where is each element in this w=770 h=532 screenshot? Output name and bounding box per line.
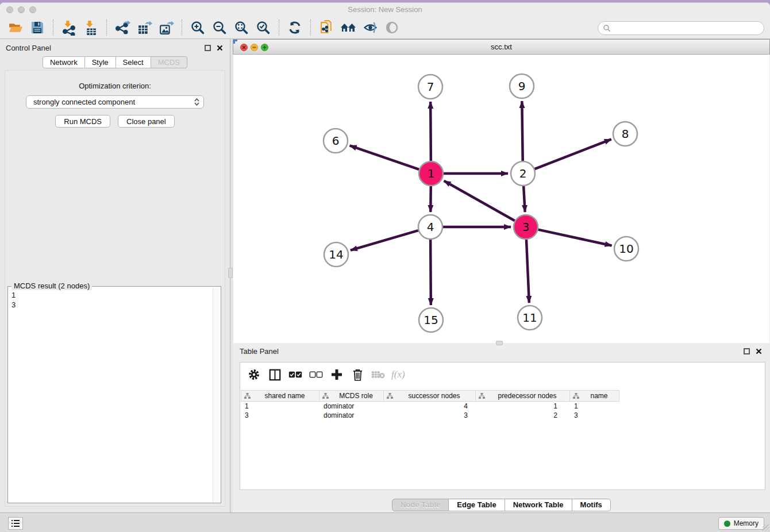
table-tabs: Node TableEdge TableNetwork TableMotifs xyxy=(233,499,770,511)
export-table-button[interactable] xyxy=(134,18,154,37)
clone-network-button[interactable] xyxy=(317,18,336,37)
network-canvas[interactable]: 7968124314101511 xyxy=(233,55,769,343)
delete-column-button[interactable] xyxy=(348,365,367,384)
float-table-panel-button[interactable] xyxy=(742,346,751,356)
mcds-result-title: MCDS result (2 nodes) xyxy=(11,282,92,290)
edge-4-15[interactable] xyxy=(430,240,431,305)
column-layout-icon xyxy=(269,369,281,381)
column-tree-icon xyxy=(573,393,579,399)
zoom-selected-button[interactable] xyxy=(253,18,273,37)
search-input[interactable] xyxy=(611,22,764,34)
edge-2-9[interactable] xyxy=(522,101,522,161)
column-header-shared-name[interactable]: shared name xyxy=(241,390,319,402)
zoom-out-button[interactable] xyxy=(210,18,229,37)
first-neighbors-button[interactable] xyxy=(338,18,358,37)
close-table-panel-button[interactable] xyxy=(754,346,763,356)
zoom-fit-button[interactable] xyxy=(232,18,251,37)
toolbar-separator xyxy=(106,20,107,36)
unchecked-boxes-icon xyxy=(309,371,323,379)
cell: 1 xyxy=(476,402,570,411)
split-grip[interactable] xyxy=(228,268,233,278)
column-header-predecessor-nodes[interactable]: predecessor nodes xyxy=(476,390,570,402)
delete-table-button-disabled xyxy=(368,365,388,384)
houses-icon xyxy=(340,20,357,35)
network-title: scc.txt xyxy=(233,43,769,51)
float-window-icon xyxy=(744,348,750,354)
column-header-MCDS-role[interactable]: MCDS role xyxy=(319,390,384,402)
add-column-button[interactable] xyxy=(327,365,346,384)
deselect-all-rows-button[interactable] xyxy=(306,365,326,384)
application-window: Session: New Session xyxy=(0,2,770,532)
checked-boxes-icon xyxy=(288,371,302,379)
select-chevrons-icon xyxy=(192,97,201,107)
network-window-titlebar: scc.txt xyxy=(233,39,770,55)
edge-4-14[interactable] xyxy=(351,230,418,250)
resize-grip[interactable] xyxy=(763,525,769,531)
toolbar-separator xyxy=(53,20,53,36)
zoom-in-button[interactable] xyxy=(188,18,207,37)
task-history-button[interactable] xyxy=(8,517,23,530)
export-network-icon xyxy=(115,20,130,36)
edge-1-7[interactable] xyxy=(430,102,431,161)
node-label-1: 1 xyxy=(428,167,435,180)
tab-mcds[interactable]: MCDS xyxy=(151,56,187,68)
table-settings-button[interactable] xyxy=(244,365,264,384)
cell: 1 xyxy=(241,402,319,411)
table-row[interactable]: 3dominator323 xyxy=(241,411,765,420)
zoom-fit-icon xyxy=(234,20,249,35)
edge-3-10[interactable] xyxy=(538,230,611,246)
column-header-name[interactable]: name xyxy=(570,390,619,402)
search-field xyxy=(598,21,764,35)
control-panel: Control Panel NetworkStyleSelectMCDS Opt… xyxy=(0,39,230,512)
column-layout-button[interactable] xyxy=(265,365,284,384)
tab-network[interactable]: Network xyxy=(43,56,85,68)
edge-2-3[interactable] xyxy=(523,186,525,212)
save-session-button[interactable] xyxy=(28,18,47,37)
import-network-button[interactable] xyxy=(59,18,79,37)
status-bar: Memory xyxy=(0,512,770,532)
window-titlebar: Session: New Session xyxy=(0,3,770,17)
column-header-successor-nodes[interactable]: successor nodes xyxy=(384,390,476,402)
show-all-button[interactable] xyxy=(382,18,402,37)
select-all-rows-button[interactable] xyxy=(286,365,305,384)
tab-style[interactable]: Style xyxy=(85,56,116,68)
float-panel-button[interactable] xyxy=(203,43,212,52)
close-panel-button[interactable] xyxy=(215,43,224,52)
criterion-select[interactable]: strongly connected component xyxy=(26,95,204,109)
tab-motifs[interactable]: Motifs xyxy=(572,499,611,511)
edge-1-6[interactable] xyxy=(350,145,419,169)
export-image-button[interactable] xyxy=(156,18,176,37)
horizontal-split-grip[interactable] xyxy=(496,341,503,345)
import-table-button[interactable] xyxy=(81,18,101,37)
tab-edge-table[interactable]: Edge Table xyxy=(449,499,505,511)
export-network-button[interactable] xyxy=(113,18,132,37)
tab-network-table[interactable]: Network Table xyxy=(505,499,572,511)
result-scrollbar[interactable] xyxy=(213,287,220,502)
cell: 2 xyxy=(476,411,570,420)
hide-selected-button[interactable] xyxy=(360,18,380,37)
table-row[interactable]: 1dominator411 xyxy=(241,402,765,411)
refresh-icon xyxy=(287,20,302,35)
open-folder-icon xyxy=(8,20,24,36)
run-mcds-button[interactable]: Run MCDS xyxy=(55,115,110,128)
edge-3-11[interactable] xyxy=(526,240,529,303)
edge-2-8[interactable] xyxy=(535,139,611,169)
tab-select[interactable]: Select xyxy=(116,56,151,68)
edge-3-1[interactable] xyxy=(444,181,515,221)
open-file-button[interactable] xyxy=(6,18,25,37)
close-panel-button2[interactable]: Close panel xyxy=(118,115,175,128)
refresh-view-button[interactable] xyxy=(285,18,305,37)
memory-status-dot xyxy=(724,521,730,527)
tab-node-table[interactable]: Node Table xyxy=(392,499,449,511)
zoom-out-icon xyxy=(212,20,227,35)
export-image-icon xyxy=(159,20,174,36)
trash-icon xyxy=(352,369,363,381)
table-header-row: shared nameMCDS rolesuccessor nodesprede… xyxy=(241,390,765,402)
eye-slash-icon xyxy=(363,20,378,35)
control-panel-title: Control Panel xyxy=(6,44,51,52)
cell: dominator xyxy=(319,411,384,420)
node-table: shared nameMCDS rolesuccessor nodesprede… xyxy=(241,390,765,420)
import-network-icon xyxy=(61,20,77,36)
memory-button[interactable]: Memory xyxy=(718,517,764,530)
import-table-icon xyxy=(83,20,99,36)
